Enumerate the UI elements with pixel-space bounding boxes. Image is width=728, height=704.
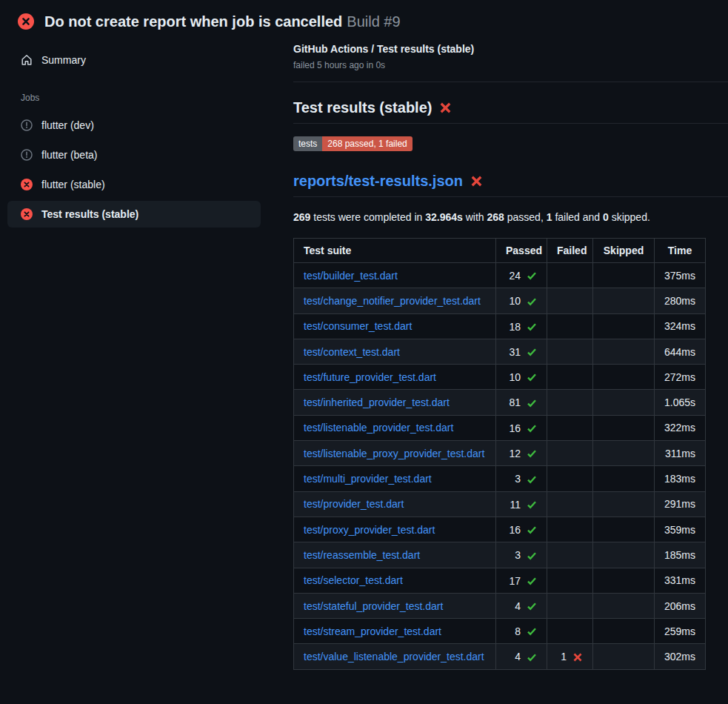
sidebar-item-label: Summary (41, 53, 86, 67)
failed-cell (547, 517, 593, 542)
check-icon (527, 270, 537, 281)
table-row: test/consumer_test.dart18 324ms (294, 313, 706, 339)
suite-link[interactable]: test/inherited_provider_test.dart (304, 396, 450, 408)
table-row: test/inherited_provider_test.dart81 1.06… (294, 390, 706, 415)
x-icon (572, 652, 583, 663)
suite-link[interactable]: test/listenable_provider_test.dart (304, 422, 453, 434)
check-run-header: Do not create report when job is cancell… (0, 0, 728, 30)
passed-cell: 10 (496, 288, 547, 313)
table-row: test/builder_test.dart24 375ms (294, 263, 706, 288)
test-results-table: Test suite Passed Failed Skipped Time te… (293, 238, 706, 670)
time-cell: 324ms (655, 313, 706, 339)
table-row: test/reassemble_test.dart3 185ms (294, 542, 706, 568)
sidebar-item-flutter-stable[interactable]: flutter (stable) (7, 171, 261, 198)
check-title: Do not create report when job is cancell… (44, 13, 342, 30)
suite-link[interactable]: test/stateful_provider_test.dart (304, 600, 443, 612)
suite-cell: test/change_notifier_provider_test.dart (294, 288, 496, 313)
check-icon (527, 652, 537, 663)
failed-cell (547, 365, 593, 390)
table-row: test/context_test.dart31 644ms (294, 339, 706, 364)
failed-cell (547, 568, 593, 593)
report-heading: reports/test-results.json (293, 172, 728, 197)
table-row: test/value_listenable_provider_test.dart… (294, 644, 706, 669)
passed-cell: 17 (496, 568, 547, 593)
suite-cell: test/builder_test.dart (294, 263, 496, 288)
suite-link[interactable]: test/builder_test.dart (304, 270, 398, 282)
failed-cell (547, 542, 593, 568)
time-cell: 311ms (655, 441, 706, 466)
failed-cell (547, 491, 593, 517)
passed-cell: 10 (496, 365, 547, 390)
suite-link[interactable]: test/proxy_provider_test.dart (304, 524, 435, 536)
skipped-cell (593, 491, 655, 517)
suite-cell: test/listenable_provider_test.dart (294, 415, 496, 440)
suite-link[interactable]: test/stream_provider_test.dart (304, 625, 441, 637)
suite-link[interactable]: test/selector_test.dart (304, 574, 403, 586)
failed-cell (547, 339, 593, 364)
failed-cell (547, 441, 593, 466)
check-icon (527, 525, 537, 535)
sidebar-item-summary[interactable]: Summary (7, 47, 261, 73)
x-icon (439, 102, 452, 114)
job-label: flutter (dev) (41, 119, 94, 132)
report-link[interactable]: reports/test-results.json (293, 173, 463, 189)
suite-cell: test/value_listenable_provider_test.dart (294, 644, 496, 669)
suite-cell: test/listenable_proxy_provider_test.dart (294, 441, 496, 466)
table-row: test/stateful_provider_test.dart4 206ms (294, 593, 706, 618)
failed-cell (547, 466, 593, 491)
test-table-body: test/builder_test.dart24 375mstest/chang… (294, 263, 706, 670)
suite-link[interactable]: test/provider_test.dart (304, 498, 404, 510)
passed-cell: 11 (496, 491, 547, 517)
status-line: failed 5 hours ago in 0s (293, 60, 728, 70)
suite-link[interactable]: test/consumer_test.dart (304, 320, 412, 332)
suite-link[interactable]: test/change_notifier_provider_test.dart (304, 295, 481, 307)
table-row: test/stream_provider_test.dart8 259ms (294, 619, 706, 644)
badge-label: tests (293, 136, 322, 151)
passed-cell: 24 (496, 263, 547, 288)
suite-link[interactable]: test/multi_provider_test.dart (304, 473, 432, 485)
sidebar-item-test-results-stable[interactable]: Test results (stable) (7, 201, 261, 228)
failure-circle-icon (21, 208, 33, 220)
summary-passed: 268 (487, 211, 504, 223)
job-label: flutter (beta) (41, 148, 97, 162)
time-cell: 302ms (655, 644, 706, 669)
suite-cell: test/selector_test.dart (294, 568, 496, 593)
sidebar-item-flutter-beta[interactable]: flutter (beta) (7, 142, 261, 168)
suite-cell: test/inherited_provider_test.dart (294, 390, 496, 415)
suite-link[interactable]: test/reassemble_test.dart (304, 549, 420, 561)
jobs-section-label: Jobs (21, 93, 261, 103)
tests-status-badge: tests 268 passed, 1 failed (293, 136, 413, 151)
table-row: test/proxy_provider_test.dart16 359ms (294, 517, 706, 542)
failed-cell (547, 313, 593, 339)
failed-cell (547, 288, 593, 313)
check-icon (527, 601, 537, 611)
col-header-failed: Failed (547, 239, 593, 263)
suite-link[interactable]: test/future_provider_test.dart (304, 371, 436, 383)
suite-link[interactable]: test/context_test.dart (304, 346, 400, 358)
suite-cell: test/stream_provider_test.dart (294, 619, 496, 644)
table-row: test/selector_test.dart17 331ms (294, 568, 706, 593)
skipped-cell (593, 415, 655, 440)
passed-cell: 81 (496, 390, 547, 415)
passed-cell: 8 (496, 619, 547, 644)
table-row: test/provider_test.dart11 291ms (294, 491, 706, 517)
check-run-content: GitHub Actions / Test results (stable) f… (275, 41, 728, 670)
time-cell: 280ms (655, 288, 706, 313)
job-label: flutter (stable) (41, 178, 105, 191)
time-cell: 1.065s (655, 390, 706, 415)
suite-cell: test/multi_provider_test.dart (294, 466, 496, 491)
skipped-cell (593, 263, 655, 288)
section-heading: Test results (stable) (293, 99, 728, 124)
suite-link[interactable]: test/value_listenable_provider_test.dart (304, 651, 484, 663)
section-title: Test results (stable) (293, 99, 432, 116)
suite-cell: test/context_test.dart (294, 339, 496, 364)
sidebar-item-flutter-dev[interactable]: flutter (dev) (7, 112, 261, 139)
col-header-skipped: Skipped (593, 239, 655, 263)
failed-cell (547, 619, 593, 644)
skipped-cell (593, 593, 655, 618)
skipped-cell (593, 644, 655, 669)
check-icon (527, 626, 537, 637)
suite-link[interactable]: test/listenable_proxy_provider_test.dart (304, 448, 484, 459)
skipped-cell (593, 568, 655, 593)
suite-cell: test/consumer_test.dart (294, 313, 496, 339)
